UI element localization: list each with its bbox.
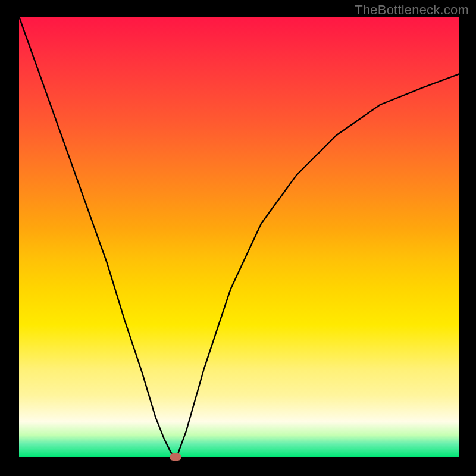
- bottleneck-curve: [19, 17, 459, 457]
- chart-plot-area: [19, 17, 459, 457]
- optimal-point-marker: [170, 453, 181, 461]
- watermark-text: TheBottleneck.com: [355, 2, 469, 18]
